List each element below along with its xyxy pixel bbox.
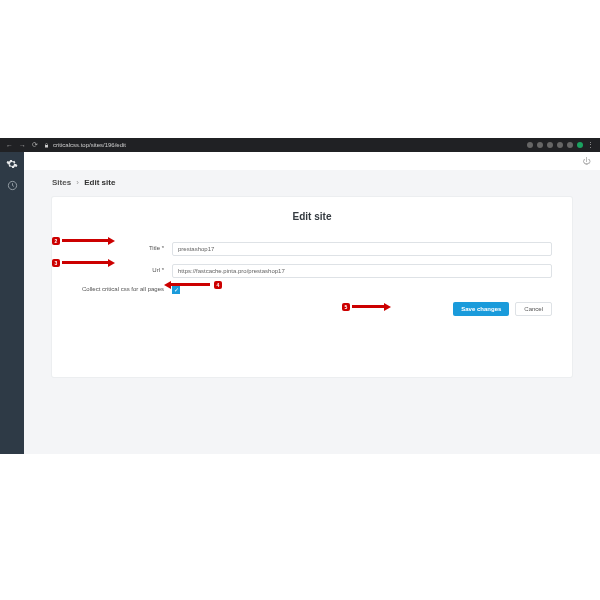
ext-icon[interactable] — [547, 142, 553, 148]
url-label: Url * — [72, 267, 172, 274]
power-icon[interactable]: ⏻ — [582, 157, 590, 166]
ext-icon[interactable] — [537, 142, 543, 148]
menu-icon[interactable]: ⋮ — [587, 141, 594, 149]
back-icon[interactable]: ← — [6, 142, 13, 149]
breadcrumb-root[interactable]: Sites — [52, 178, 71, 187]
title-label: Title * — [72, 245, 172, 252]
reload-icon[interactable]: ⟳ — [32, 141, 38, 149]
breadcrumb: Sites › Edit site — [52, 178, 572, 187]
clock-icon[interactable] — [7, 180, 18, 191]
ext-icon[interactable] — [557, 142, 563, 148]
title-input[interactable] — [172, 242, 552, 256]
address-bar[interactable]: criticalcss.top/sites/196/edit — [44, 142, 126, 148]
lock-icon — [44, 143, 49, 148]
app-sidebar — [0, 152, 24, 454]
url-input[interactable] — [172, 264, 552, 278]
ext-icon[interactable] — [527, 142, 533, 148]
profile-icon[interactable] — [577, 142, 583, 148]
collect-checkbox[interactable] — [172, 286, 180, 294]
forward-icon[interactable]: → — [19, 142, 26, 149]
app-topbar: ⏻ — [24, 152, 600, 170]
url-text: criticalcss.top/sites/196/edit — [53, 142, 126, 148]
browser-window: ← → ⟳ criticalcss.top/sites/196/edit ⋮ — [0, 138, 600, 454]
form-card: Edit site Title * Url * Collect critical… — [52, 197, 572, 377]
svg-rect-0 — [45, 145, 48, 148]
browser-actions: ⋮ — [527, 141, 594, 149]
cancel-button[interactable]: Cancel — [515, 302, 552, 316]
page-title: Edit site — [72, 211, 552, 222]
breadcrumb-current: Edit site — [84, 178, 115, 187]
browser-toolbar: ← → ⟳ criticalcss.top/sites/196/edit ⋮ — [0, 138, 600, 152]
save-button[interactable]: Save changes — [453, 302, 509, 316]
gear-icon[interactable] — [6, 158, 18, 170]
chevron-right-icon: › — [76, 178, 79, 187]
ext-icon[interactable] — [567, 142, 573, 148]
collect-label: Collect critical css for all pages — [72, 286, 172, 293]
